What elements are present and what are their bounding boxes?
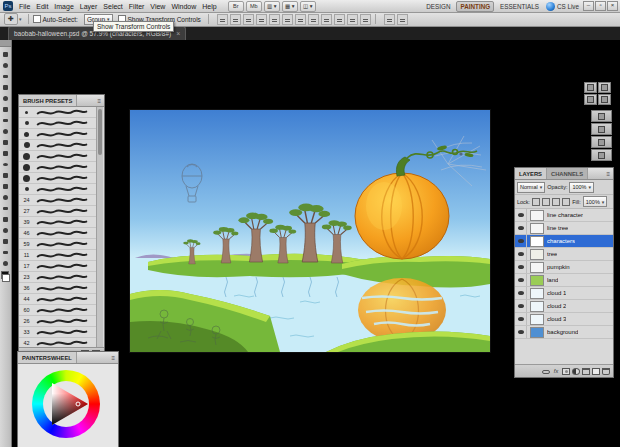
clone-source-panel-icon[interactable] [591, 123, 612, 135]
visibility-toggle[interactable] [515, 222, 527, 234]
visibility-toggle[interactable] [515, 209, 527, 221]
visibility-toggle[interactable] [515, 274, 527, 286]
align-bottom-edges-icon[interactable] [243, 14, 254, 25]
visibility-toggle[interactable] [515, 261, 527, 273]
eraser-tool[interactable] [1, 160, 10, 169]
distribute-top-edges-icon[interactable] [295, 14, 306, 25]
menu-file[interactable]: File [16, 3, 33, 10]
close-button[interactable]: × [607, 1, 618, 11]
zoom-tool[interactable] [1, 259, 10, 268]
brush-preset[interactable] [19, 118, 98, 129]
lock-position-icon[interactable] [552, 198, 560, 206]
layer-row[interactable]: pumpkin [515, 261, 613, 274]
collapse-tools-icon[interactable] [0, 40, 11, 47]
brush-preset[interactable]: 44 [19, 294, 98, 305]
blend-mode-dropdown[interactable]: Normal ▾ [517, 182, 545, 193]
brush-preset[interactable] [19, 184, 98, 195]
info-panel-icon[interactable] [591, 149, 612, 161]
layer-row[interactable]: land [515, 274, 613, 287]
adjustments-panel-icon[interactable] [598, 94, 611, 105]
lock-image-pixels-icon[interactable] [542, 198, 550, 206]
brush-preset[interactable]: 24 [19, 195, 98, 206]
close-icon[interactable]: × [176, 30, 180, 37]
brush-scrollbar[interactable] [96, 107, 103, 347]
menu-image[interactable]: Image [51, 3, 76, 10]
brush-preset[interactable]: 42 [19, 338, 98, 347]
lock-transparent-pixels-icon[interactable] [532, 198, 540, 206]
new-layer-icon[interactable] [592, 368, 600, 375]
eyedropper-tool[interactable] [1, 105, 10, 114]
brush-preset[interactable] [19, 173, 98, 184]
layer-row[interactable]: background [515, 326, 613, 339]
panel-menu-icon[interactable]: ≡ [97, 98, 101, 104]
layers-panel-header[interactable]: LAYERS CHANNELS ≡ [515, 168, 613, 180]
minimize-button[interactable]: – [583, 1, 594, 11]
brush-preset[interactable] [19, 129, 98, 140]
move-tool-preset-icon[interactable]: ✚ [4, 13, 18, 25]
color-panel-icon[interactable] [584, 82, 597, 93]
tab-painterswheel[interactable]: PAINTERSWHEEL [18, 352, 77, 363]
workspace-painting[interactable]: PAINTING [456, 1, 494, 12]
brush-preset[interactable] [19, 107, 98, 118]
screen-mode-icon[interactable]: ◫ ▾ [300, 1, 316, 12]
distribute-vertical-centers-icon[interactable] [308, 14, 319, 25]
brush-preset[interactable]: 39 [19, 217, 98, 228]
brush-panel-header[interactable]: BRUSH PRESETS ≡ [19, 95, 104, 107]
layer-style-icon[interactable]: fx [552, 368, 560, 375]
path-selection-tool[interactable] [1, 226, 10, 235]
distribute-bottom-edges-icon[interactable] [321, 14, 332, 25]
delete-layer-icon[interactable] [602, 368, 610, 375]
lock-all-icon[interactable] [562, 198, 570, 206]
brush-preset[interactable] [19, 140, 98, 151]
menu-filter[interactable]: Filter [126, 3, 148, 10]
distribute-right-edges-icon[interactable] [360, 14, 371, 25]
visibility-toggle[interactable] [515, 235, 527, 247]
add-layer-mask-icon[interactable] [562, 368, 570, 375]
menu-window[interactable]: Window [168, 3, 199, 10]
layer-row[interactable]: cloud 2 [515, 300, 613, 313]
distribute-horizontal-centers-icon[interactable] [347, 14, 358, 25]
brush-preset[interactable]: 11 [19, 250, 98, 261]
shape-tool[interactable] [1, 237, 10, 246]
brush-preset[interactable] [19, 162, 98, 173]
dodge-tool[interactable] [1, 193, 10, 202]
tab-layers[interactable]: LAYERS [515, 168, 547, 179]
marquee-tool[interactable] [1, 61, 10, 70]
layer-row[interactable]: cloud 1 [515, 287, 613, 300]
brush-preset[interactable]: 46 [19, 228, 98, 239]
align-top-edges-icon[interactable] [217, 14, 228, 25]
layer-row[interactable]: characters [515, 235, 613, 248]
tool-presets-panel-icon[interactable] [591, 136, 612, 148]
gradient-tool[interactable] [1, 171, 10, 180]
visibility-toggle[interactable] [515, 248, 527, 260]
tab-channels[interactable]: CHANNELS [547, 168, 588, 179]
menu-edit[interactable]: Edit [33, 3, 51, 10]
brush-preset[interactable]: 60 [19, 305, 98, 316]
layer-row[interactable]: cloud 3 [515, 313, 613, 326]
view-extras-icon[interactable]: ▥ ▾ [264, 1, 280, 12]
move-tool[interactable] [1, 50, 10, 59]
panel-menu-icon[interactable]: ≡ [606, 171, 610, 177]
styles-panel-icon[interactable] [584, 94, 597, 105]
visibility-toggle[interactable] [515, 300, 527, 312]
layer-row[interactable]: line tree [515, 222, 613, 235]
align-horizontal-centers-icon[interactable] [269, 14, 280, 25]
visibility-toggle[interactable] [515, 326, 527, 338]
auto-align-layers-icon[interactable] [384, 14, 395, 25]
align-right-edges-icon[interactable] [282, 14, 293, 25]
background-color-swatch[interactable] [2, 274, 10, 282]
healing-brush-tool[interactable] [1, 116, 10, 125]
document-canvas[interactable] [130, 110, 490, 352]
align-left-edges-icon[interactable] [256, 14, 267, 25]
distribute-left-edges-icon[interactable] [334, 14, 345, 25]
cs-live-button[interactable]: CS Live [546, 2, 579, 11]
fill-dropdown[interactable]: 100% ▾ [583, 196, 608, 207]
restore-button[interactable]: ▫ [595, 1, 606, 11]
brush-preset[interactable]: 59 [19, 239, 98, 250]
workspace-design[interactable]: DESIGN [423, 2, 453, 11]
brush-preset[interactable]: 36 [19, 283, 98, 294]
auto-select-checkbox[interactable] [33, 15, 41, 23]
bridge-icon[interactable]: Br [228, 1, 244, 12]
color-chips[interactable] [1, 271, 10, 282]
menu-layer[interactable]: Layer [77, 3, 101, 10]
